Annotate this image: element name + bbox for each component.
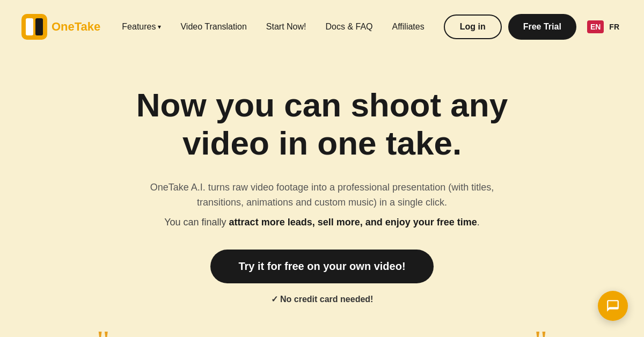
free-trial-button[interactable]: Free Trial: [508, 14, 576, 39]
quote-right-icon: ": [535, 326, 548, 337]
svg-rect-1: [26, 18, 33, 35]
hero-section: Now you can shoot any video in one take.…: [0, 54, 644, 326]
hero-title: Now you can shoot any video in one take.: [107, 86, 537, 163]
logo-text: OneTake: [52, 20, 100, 34]
lang-en-button[interactable]: EN: [587, 20, 604, 33]
hero-subtitle-bold: You can finally attract more leads, sell…: [164, 215, 480, 230]
lang-fr-button[interactable]: FR: [606, 20, 623, 33]
nav-actions: Log in Free Trial EN FR: [444, 14, 623, 39]
svg-rect-2: [35, 18, 43, 35]
lang-switcher: EN FR: [587, 20, 623, 33]
svg-rect-0: [21, 14, 47, 40]
nav-affiliates[interactable]: Affiliates: [392, 22, 425, 32]
chat-bubble[interactable]: [598, 291, 628, 321]
login-button[interactable]: Log in: [444, 14, 502, 39]
nav-links: Features Video Translation Start Now! Do…: [122, 22, 443, 32]
hero-subtitle: OneTake A.I. turns raw video footage int…: [140, 180, 504, 211]
cta-button[interactable]: Try it for free on your own video!: [210, 250, 433, 283]
quote-left-icon: ": [97, 326, 110, 337]
logo-icon: [21, 14, 47, 40]
logo[interactable]: OneTake: [21, 14, 100, 40]
navbar: OneTake Features Video Translation Start…: [0, 0, 644, 54]
chat-icon: [606, 299, 620, 313]
no-cc-text: ✓ No credit card needed!: [271, 294, 374, 304]
nav-video-translation[interactable]: Video Translation: [180, 22, 246, 32]
nav-start-now[interactable]: Start Now!: [266, 22, 306, 32]
nav-features[interactable]: Features: [122, 22, 161, 32]
nav-docs-faq[interactable]: Docs & FAQ: [325, 22, 372, 32]
